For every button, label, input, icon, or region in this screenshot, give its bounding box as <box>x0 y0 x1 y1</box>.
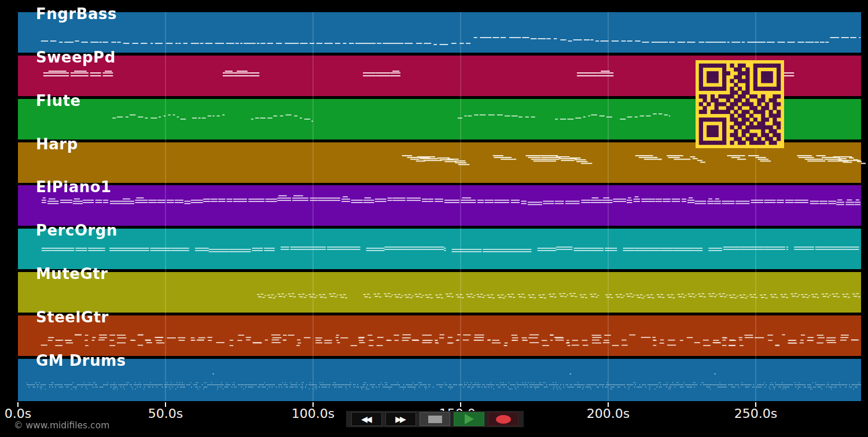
track-label-sweeppd: SweepPd <box>36 49 116 66</box>
qr-code <box>696 60 784 148</box>
track-label-percorgn: PercOrgn <box>36 222 117 239</box>
track-label-flute: Flute <box>36 92 81 109</box>
play-icon <box>465 414 474 424</box>
track-label-elpiano1: ElPiano1 <box>36 178 112 196</box>
track-label-mutegtr: MuteGtr <box>36 265 108 282</box>
record-icon <box>496 415 511 424</box>
fast-forward-button[interactable]: ▶▶ <box>385 412 416 426</box>
fast-forward-icon: ▶▶ <box>395 415 406 423</box>
stop-button[interactable] <box>420 412 450 426</box>
track-label-steelgtr: SteelGtr <box>36 309 109 326</box>
track-label-fngrbass: FngrBass <box>36 5 117 23</box>
transport-bar: ◀◀ ▶▶ <box>346 411 524 427</box>
record-button[interactable] <box>488 412 518 426</box>
rewind-button[interactable]: ◀◀ <box>351 412 382 426</box>
track-label-harp: Harp <box>36 135 78 153</box>
copyright-text: © www.midifiles.com <box>14 420 109 431</box>
rewind-icon: ◀◀ <box>361 415 372 423</box>
stop-icon <box>428 416 442 423</box>
track-label-gmdrums: GM Drums <box>36 352 126 369</box>
play-button[interactable] <box>454 412 484 426</box>
midi-visualization: FngrBass SweepPd Flute Harp ElPiano1 Per… <box>0 0 868 437</box>
